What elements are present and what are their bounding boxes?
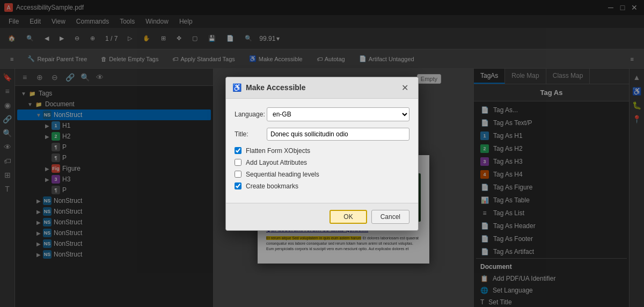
title-label: Title: [235,130,267,138]
language-label: Language: [235,111,267,118]
bookmarks-label: Create bookmarks [246,182,298,190]
dialog-body: Language: en-GB Title: Flatten Form XObj… [226,99,418,203]
layout-label: Add Layout Attributes [246,159,307,166]
modal-overlay[interactable]: ♿ Make Accessible ✕ Language: en-GB Titl… [0,0,644,307]
language-select[interactable]: en-GB [267,107,409,121]
title-input[interactable] [267,128,409,141]
checkbox-layout: Add Layout Attributes [235,159,409,166]
heading-label: Sequential heading levels [246,171,319,178]
checkbox-flatten: Flatten Form XObjects [235,147,409,155]
language-control[interactable]: en-GB [267,107,409,121]
dialog-header: ♿ Make Accessible ✕ [226,77,418,99]
title-control[interactable] [267,128,409,141]
checkbox-heading: Sequential heading levels [235,171,409,178]
checkbox-bookmarks: Create bookmarks [235,182,409,190]
modal-icon: ♿ [232,83,241,92]
bookmarks-checkbox[interactable] [235,182,241,189]
language-row: Language: en-GB [235,107,409,121]
dialog-footer: OK Cancel [226,203,418,230]
heading-checkbox[interactable] [235,171,241,178]
title-row: Title: [235,128,409,141]
dialog-title: ♿ Make Accessible [232,83,306,92]
flatten-checkbox[interactable] [235,147,241,154]
cancel-button[interactable]: Cancel [371,210,409,224]
ok-button[interactable]: OK [330,210,367,224]
layout-checkbox[interactable] [235,159,241,166]
make-accessible-dialog: ♿ Make Accessible ✕ Language: en-GB Titl… [225,77,419,231]
dialog-close-button[interactable]: ✕ [398,82,412,94]
flatten-label: Flatten Form XObjects [246,147,310,155]
